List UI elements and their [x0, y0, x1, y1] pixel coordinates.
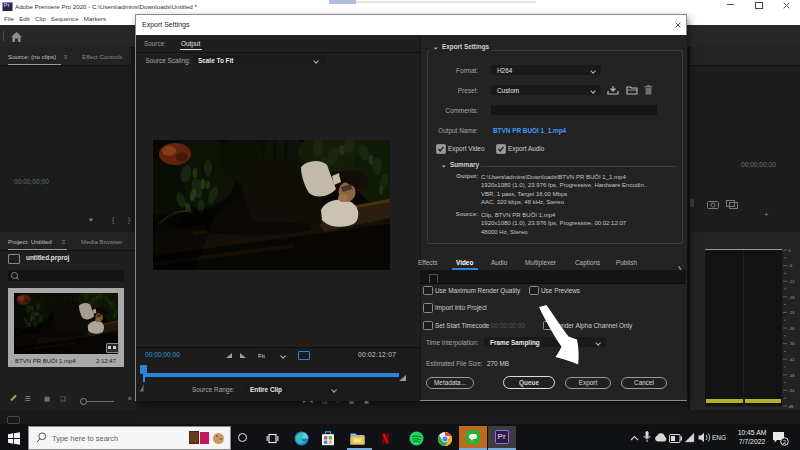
svg-text:-6: -6	[789, 263, 793, 268]
svg-text:dB: dB	[789, 404, 794, 409]
svg-text:-12: -12	[789, 279, 796, 284]
svg-text:-48: -48	[789, 373, 796, 378]
svg-text:-36: -36	[789, 341, 796, 346]
svg-text:-18: -18	[789, 295, 796, 300]
svg-text:-30: -30	[789, 326, 796, 331]
svg-text:-54: -54	[789, 388, 796, 393]
svg-text:0: 0	[789, 248, 792, 253]
svg-text:-42: -42	[789, 357, 796, 362]
svg-text:-24: -24	[789, 310, 796, 315]
